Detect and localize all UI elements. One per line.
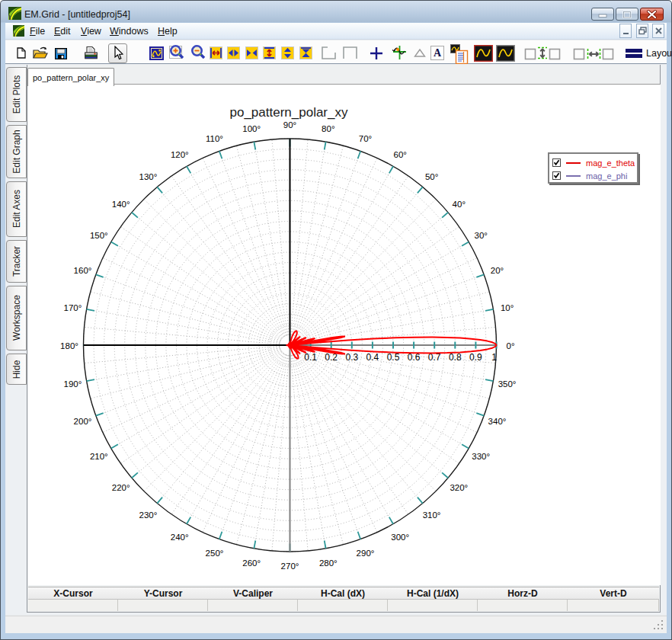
svg-text:230°: 230° (139, 510, 158, 520)
svg-text:130°: 130° (139, 172, 158, 181)
svg-text:320°: 320° (450, 483, 468, 492)
svg-text:100°: 100° (242, 124, 261, 133)
svg-text:0°: 0° (507, 341, 515, 350)
svg-text:0.3: 0.3 (345, 352, 358, 363)
svg-text:40°: 40° (453, 200, 466, 209)
svg-text:20°: 20° (491, 266, 504, 275)
svg-text:180°: 180° (60, 341, 78, 350)
svg-text:260°: 260° (242, 558, 261, 568)
svg-text:310°: 310° (423, 510, 441, 520)
svg-text:150°: 150° (90, 231, 108, 240)
svg-text:0.9: 0.9 (469, 352, 482, 363)
svg-text:50°: 50° (425, 172, 438, 181)
svg-text:30°: 30° (475, 231, 488, 240)
svg-text:340°: 340° (488, 417, 507, 426)
svg-text:0.4: 0.4 (366, 352, 379, 363)
svg-text:80°: 80° (322, 124, 334, 133)
svg-text:240°: 240° (171, 533, 189, 542)
svg-text:70°: 70° (359, 134, 372, 143)
svg-text:170°: 170° (64, 303, 82, 312)
svg-text:210°: 210° (90, 452, 108, 461)
svg-text:10°: 10° (501, 303, 514, 312)
svg-text:po_pattern_polar_xy: po_pattern_polar_xy (229, 105, 348, 120)
svg-text:250°: 250° (206, 549, 224, 558)
svg-text:350°: 350° (498, 379, 517, 389)
svg-text:290°: 290° (357, 549, 375, 558)
svg-text:280°: 280° (319, 558, 338, 568)
svg-text:120°: 120° (171, 150, 189, 159)
svg-text:270°: 270° (281, 562, 299, 571)
svg-text:300°: 300° (391, 533, 409, 542)
svg-text:220°: 220° (112, 483, 130, 492)
svg-text:90°: 90° (283, 120, 296, 130)
svg-text:190°: 190° (64, 379, 82, 389)
svg-text:0.1: 0.1 (304, 352, 317, 363)
svg-text:110°: 110° (206, 134, 223, 143)
svg-text:140°: 140° (112, 200, 130, 209)
svg-text:60°: 60° (394, 150, 407, 159)
svg-text:330°: 330° (472, 452, 490, 461)
svg-text:200°: 200° (74, 417, 92, 426)
svg-text:1: 1 (491, 352, 497, 363)
svg-text:160°: 160° (74, 266, 92, 275)
